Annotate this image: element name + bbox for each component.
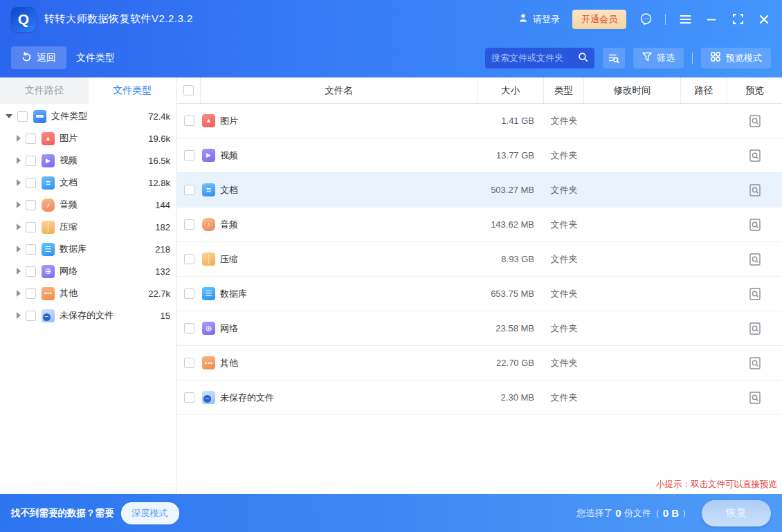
header-size[interactable]: 大小 <box>478 77 544 103</box>
tree-checkbox[interactable] <box>17 111 28 122</box>
tree-item[interactable]: 图片 19.6k <box>0 127 176 149</box>
tree-item[interactable]: 视频 16.5k <box>0 149 176 172</box>
row-checkbox[interactable] <box>184 150 194 160</box>
tree-checkbox[interactable] <box>26 200 36 210</box>
image-icon <box>42 132 55 145</box>
close-button[interactable] <box>757 12 771 26</box>
search-icon[interactable] <box>578 52 588 64</box>
table-row[interactable]: 音频 143.62 MB 文件夹 <box>177 208 782 242</box>
filter-button[interactable]: 筛选 <box>633 48 684 68</box>
row-checkbox[interactable] <box>184 392 194 403</box>
search-input[interactable] <box>491 53 578 63</box>
caret-icon[interactable] <box>17 268 21 275</box>
tree-checkbox[interactable] <box>26 178 36 188</box>
preview-icon[interactable] <box>749 218 761 232</box>
back-arrow-icon <box>21 52 32 64</box>
row-checkbox[interactable] <box>184 116 194 126</box>
selection-size: 0 B <box>663 507 679 519</box>
back-label: 返回 <box>37 52 56 64</box>
header-filename[interactable]: 文件名 <box>201 77 478 103</box>
maximize-button[interactable] <box>731 12 745 26</box>
select-all-checkbox[interactable] <box>183 85 194 95</box>
preview-icon[interactable] <box>749 356 761 370</box>
table-row[interactable]: 其他 22.70 GB 文件夹 <box>177 346 782 380</box>
row-checkbox[interactable] <box>184 358 194 368</box>
tree-item[interactable]: 其他 22.7k <box>0 282 176 304</box>
table-row[interactable]: 网络 23.58 MB 文件夹 <box>177 311 782 346</box>
search-box[interactable] <box>485 48 594 68</box>
login-button[interactable]: 请登录 <box>518 12 560 26</box>
caret-icon[interactable] <box>17 201 21 208</box>
preview-icon[interactable] <box>749 149 761 163</box>
caret-icon[interactable] <box>6 114 12 118</box>
table-row[interactable]: 文档 503.27 MB 文件夹 <box>177 173 782 208</box>
row-checkbox[interactable] <box>184 219 194 230</box>
tree-item[interactable]: 文件类型 72.4k <box>0 105 176 127</box>
row-checkbox[interactable] <box>184 185 194 195</box>
row-checkbox[interactable] <box>184 288 194 299</box>
file-name: 图片 <box>220 115 238 127</box>
preview-icon[interactable] <box>749 391 761 405</box>
row-checkbox[interactable] <box>184 323 194 333</box>
caret-icon[interactable] <box>17 290 21 297</box>
row-checkbox[interactable] <box>184 254 194 264</box>
tree-item[interactable]: 未保存的文件 15 <box>0 304 176 327</box>
table-row[interactable]: 数据库 653.75 MB 文件夹 <box>177 277 782 311</box>
image-icon <box>202 114 215 127</box>
header-path[interactable]: 路径 <box>681 77 727 103</box>
tree-item[interactable]: 音频 144 <box>0 194 176 216</box>
preview-icon[interactable] <box>749 114 761 128</box>
caret-icon[interactable] <box>17 179 21 186</box>
tree-item-count: 144 <box>155 200 176 210</box>
tree-checkbox[interactable] <box>26 266 36 277</box>
tree-checkbox[interactable] <box>26 244 36 255</box>
tree-checkbox[interactable] <box>26 134 36 144</box>
file-size: 8.93 GB <box>478 242 544 276</box>
file-path <box>681 380 727 414</box>
preview-mode-button[interactable]: 预览模式 <box>701 48 771 68</box>
open-vip-button[interactable]: 开通会员 <box>572 10 626 29</box>
table-row[interactable]: 未保存的文件 2.30 MB 文件夹 <box>177 380 782 415</box>
back-button[interactable]: 返回 <box>11 46 66 69</box>
sidebar-tree: 文件类型 72.4k 图片 19.6k 视频 16.5k 文档 12.8k 音频… <box>0 104 176 327</box>
tree-checkbox[interactable] <box>26 311 36 321</box>
tab-file-path[interactable]: 文件路径 <box>0 77 89 104</box>
selection-close: ） <box>682 507 691 520</box>
tree-item-label: 其他 <box>60 287 78 300</box>
table-row[interactable]: 压缩 8.93 GB 文件夹 <box>177 242 782 277</box>
tab-file-type[interactable]: 文件类型 <box>89 77 177 104</box>
preview-icon[interactable] <box>749 183 761 197</box>
preview-icon[interactable] <box>749 287 761 301</box>
tree-item[interactable]: 文档 12.8k <box>0 172 176 194</box>
tree-checkbox[interactable] <box>26 156 36 166</box>
unsaved-icon <box>42 309 55 322</box>
list-search-button[interactable] <box>603 48 625 68</box>
customer-service-icon[interactable] <box>639 12 653 26</box>
network-icon <box>202 322 215 335</box>
minimize-button[interactable] <box>704 12 718 26</box>
toolbar: 返回 文件类型 <box>0 38 782 77</box>
login-label: 请登录 <box>533 13 560 26</box>
table-header: 文件名 大小 类型 修改时间 路径 预览 <box>177 77 782 104</box>
deep-mode-button[interactable]: 深度模式 <box>121 502 179 524</box>
header-type[interactable]: 类型 <box>544 77 584 103</box>
preview-icon[interactable] <box>749 253 761 266</box>
table-row[interactable]: 视频 13.77 GB 文件夹 <box>177 138 782 173</box>
file-path <box>681 242 727 276</box>
caret-icon[interactable] <box>17 157 21 164</box>
header-modified[interactable]: 修改时间 <box>584 77 681 103</box>
caret-icon[interactable] <box>17 135 21 142</box>
menu-icon[interactable] <box>678 12 692 26</box>
caret-icon[interactable] <box>17 223 21 230</box>
preview-icon[interactable] <box>749 322 761 336</box>
table-row[interactable]: 图片 1.41 GB 文件夹 <box>177 104 782 138</box>
tree-checkbox[interactable] <box>26 222 36 232</box>
caret-icon[interactable] <box>17 246 21 253</box>
recover-button[interactable]: 恢复 <box>702 500 771 526</box>
tree-item[interactable]: 数据库 218 <box>0 238 176 260</box>
tree-item[interactable]: 压缩 182 <box>0 216 176 238</box>
tree-item[interactable]: 网络 132 <box>0 260 176 282</box>
caret-icon[interactable] <box>17 312 21 319</box>
header-preview[interactable]: 预览 <box>727 77 782 103</box>
tree-checkbox[interactable] <box>26 288 36 299</box>
